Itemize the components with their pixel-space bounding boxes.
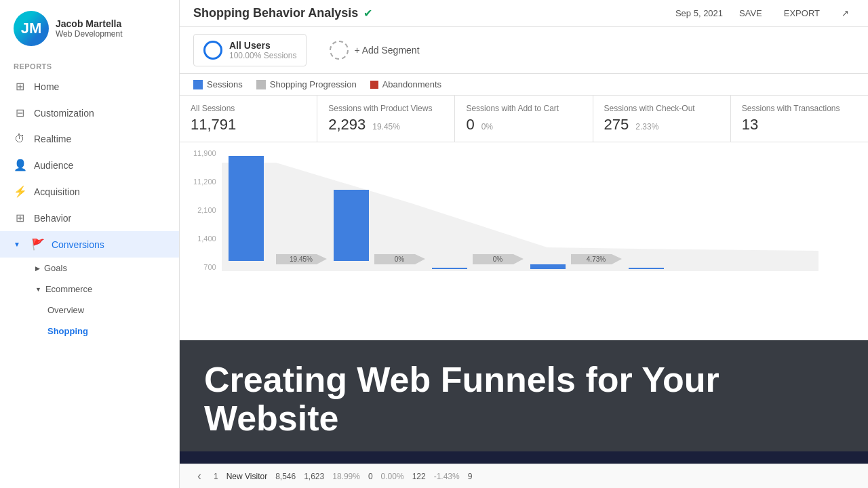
stat-transactions: Sessions with Transactions 13 (731, 96, 868, 142)
bar-transactions (629, 268, 664, 269)
legend-bar: Sessions Shopping Progression Abandonmen… (180, 74, 868, 96)
top-bar-actions: Sep 5, 2021 SAVE EXPORT ↗ (675, 5, 854, 21)
verified-icon: ✔ (363, 7, 372, 20)
sidebar-item-behavior[interactable]: ⊞ Behavior (0, 205, 179, 231)
sidebar-item-audience[interactable]: 👤 Audience (0, 152, 179, 178)
sidebar-subitem-ecommerce[interactable]: ▼ Ecommerce (0, 279, 179, 300)
arrow-3-label: 0% (492, 256, 502, 263)
save-button[interactable]: SAVE (734, 5, 768, 21)
progression-legend-dot (256, 80, 266, 89)
product-views-pct: 18.99% (332, 472, 360, 481)
chevron-down-icon: ▼ (35, 286, 41, 293)
legend-abandonments: Abandonments (370, 79, 441, 89)
nav-left-button[interactable]: ‹ (193, 468, 205, 485)
chevron-down-icon: ▼ (14, 241, 20, 248)
stat-checkout: Sessions with Check-Out 275 2.33% (593, 96, 731, 142)
top-bar: Shopping Behavior Analysis ✔ Sep 5, 2021… (180, 0, 868, 27)
logo-text: Jacob Martella Web Development (56, 18, 123, 39)
sidebar-subitem-overview[interactable]: Overview (0, 300, 179, 321)
customize-icon: ⊟ (14, 106, 26, 119)
sidebar-item-acquisition[interactable]: ⚡ Acquisition (0, 178, 179, 205)
add-segment-circle (330, 41, 349, 60)
segment-circle (203, 41, 222, 60)
chevron-right-icon: ▶ (35, 265, 40, 272)
y-axis: 11,900 11,200 2,100 1,400 700 (193, 149, 216, 271)
bottom-data-row: ‹ 1 New Visitor 8,546 1,623 18.99% 0 0.0… (180, 464, 868, 488)
segment-bar: All Users 100.00% Sessions + Add Segment (180, 27, 868, 74)
sidebar-item-customization[interactable]: ⊟ Customization (0, 100, 179, 126)
add-to-cart-pct: 0.00% (381, 472, 404, 481)
sidebar-item-realtime[interactable]: ⏱ Realtime (0, 126, 179, 152)
stat-product-views: Sessions with Product Views 2,293 19.45% (317, 96, 455, 142)
bar-checkout (530, 264, 566, 269)
logo-area: JM Jacob Martella Web Development (0, 0, 179, 57)
row-number: 1 (214, 472, 218, 481)
checkout-pct: -1.43% (434, 472, 460, 481)
abandonments-legend-dot (370, 81, 378, 89)
logo-circle: JM (14, 11, 49, 46)
bar-add-to-cart (432, 268, 467, 269)
reports-label: REPORTS (0, 57, 179, 73)
chart-visual: 11,900 11,200 2,100 1,400 700 19.45% (180, 142, 868, 278)
arrow-4-label: 4.73% (586, 256, 605, 263)
stat-add-to-cart: Sessions with Add to Cart 0 0% (455, 96, 593, 142)
bar-all-sessions (229, 156, 264, 261)
funnel-stats: All Sessions 11,791 Sessions with Produc… (180, 96, 868, 142)
conversions-icon: 🚩 (31, 238, 43, 251)
sidebar-subitem-shopping[interactable]: Shopping (0, 321, 179, 342)
behavior-icon: ⊞ (14, 211, 26, 224)
home-icon: ⊞ (14, 80, 26, 93)
page-title-area: Shopping Behavior Analysis ✔ (193, 6, 372, 20)
sessions-legend-dot (193, 80, 203, 89)
share-button[interactable]: ↗ (836, 5, 854, 21)
sidebar: JM Jacob Martella Web Development REPORT… (0, 0, 180, 488)
segment-info: All Users 100.00% Sessions (229, 40, 296, 60)
product-views-value: 1,623 (304, 472, 324, 481)
segment-label: All Users (229, 40, 296, 51)
date-display: Sep 5, 2021 (675, 8, 723, 18)
acquisition-icon: ⚡ (14, 185, 26, 198)
arrow-1-label: 19.45% (290, 256, 313, 263)
arrow-2-label: 0% (394, 256, 404, 263)
legend-sessions: Sessions (193, 79, 243, 89)
realtime-icon: ⏱ (14, 133, 26, 145)
overlay-title: Creating Web Funnels for Your Website (204, 361, 844, 438)
segment-all-users[interactable]: All Users 100.00% Sessions (193, 34, 307, 66)
chart-container: 11,900 11,200 2,100 1,400 700 19.45% (180, 142, 868, 451)
overlay-text: Creating Web Funnels for Your Website (180, 340, 868, 451)
add-to-cart-value: 0 (368, 472, 373, 481)
main-content: Shopping Behavior Analysis ✔ Sep 5, 2021… (180, 0, 868, 488)
checkout-value: 122 (412, 472, 426, 481)
sessions-value: 8,546 (275, 472, 296, 481)
legend-progression: Shopping Progression (256, 79, 357, 89)
page-title: Shopping Behavior Analysis (193, 6, 358, 20)
sidebar-item-conversions[interactable]: ▼ 🚩 Conversions (0, 231, 179, 258)
bar-product-views (334, 190, 369, 261)
sidebar-subitem-goals[interactable]: ▶ Goals (0, 258, 179, 279)
transactions-value: 9 (468, 472, 473, 481)
add-segment-button[interactable]: + Add Segment (320, 35, 429, 65)
app-container: JM Jacob Martella Web Development REPORT… (0, 0, 868, 488)
segment-sessions: 100.00% Sessions (229, 51, 296, 60)
audience-icon: 👤 (14, 159, 26, 171)
funnel-chart: 19.45% 0% 0% 4.73% (222, 149, 832, 271)
stat-all-sessions: All Sessions 11,791 (180, 96, 317, 142)
export-button[interactable]: EXPORT (778, 5, 825, 21)
sidebar-item-home[interactable]: ⊞ Home (0, 73, 179, 100)
visitor-type: New Visitor (226, 472, 267, 481)
